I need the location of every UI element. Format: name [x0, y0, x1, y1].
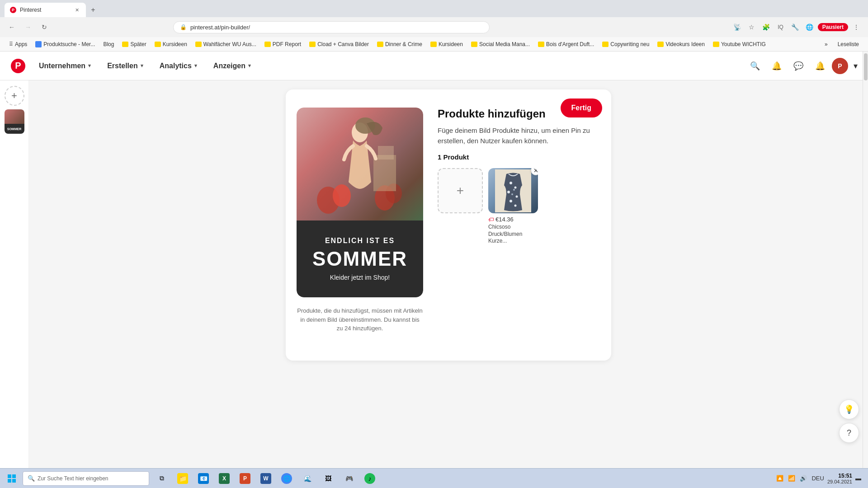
nav-item-analytics[interactable]: Analytics ▾ — [153, 58, 203, 74]
taskbar-app-powerpoint[interactable]: P — [235, 469, 255, 488]
pin-image-wrapper: ENDLICH IST ES SOMMER Kleider jetzt im S… — [297, 108, 423, 297]
taskbar-app-email[interactable]: 📧 — [193, 469, 213, 488]
bookmark-label-dinner: Dinner & Crime — [385, 41, 422, 47]
taskbar-right: 🔼 📶 🔊 DEU 15:51 29.04.2021 ▬ — [771, 473, 866, 484]
more-options-button[interactable]: ⋮ — [850, 21, 863, 33]
bookmark-label-pdf: PDF Report — [273, 41, 301, 47]
taskbar-app-edge[interactable]: 🌊 — [297, 469, 317, 488]
nav-item-unternehmen[interactable]: Unternehmen ▾ — [33, 58, 97, 74]
scrollbar-thumb[interactable] — [864, 53, 868, 80]
reload-button[interactable]: ↻ — [38, 21, 51, 33]
bookmark-folder-wahlfächer[interactable]: Wahlfächer WU Aus... — [192, 40, 260, 49]
lightbulb-button[interactable]: 💡 — [839, 399, 859, 419]
extension2-button[interactable]: 🔧 — [789, 21, 802, 33]
tab-title: Pinterest — [20, 7, 70, 13]
taskbar-search[interactable]: 🔍 Zur Suche Text hier eingeben — [23, 471, 149, 486]
help-button[interactable]: ? — [839, 423, 859, 443]
notifications-button[interactable]: 🔔 — [767, 56, 787, 76]
new-tab-button[interactable]: + — [87, 4, 99, 16]
taskbar-app-excel[interactable]: X — [214, 469, 234, 488]
bookmark-blog[interactable]: Blog — [99, 40, 118, 49]
svg-rect-18 — [8, 474, 11, 478]
taskbar-network-icon[interactable]: 📶 — [787, 474, 797, 483]
bookmarks-more[interactable]: » — [821, 40, 831, 49]
nav-item-anzeigen[interactable]: Anzeigen ▾ — [207, 58, 257, 74]
taskbar-notification-icon[interactable]: 🔼 — [775, 474, 785, 483]
active-tab[interactable]: Pinterest ✕ — [5, 3, 86, 17]
chevron-down-icon-user[interactable]: ▾ — [850, 56, 861, 76]
games-icon: 🎮 — [344, 473, 354, 484]
tab-favicon — [10, 7, 16, 13]
activity-button[interactable]: 🔔 — [810, 56, 830, 76]
taskview-icon: ⧉ — [156, 473, 167, 484]
bookmark-produktsuche[interactable]: Produktsuche - Mer... — [32, 40, 99, 49]
folder-icon-videokurs — [657, 42, 664, 47]
pin-image-bottom: ENDLICH IST ES SOMMER Kleider jetzt im S… — [297, 221, 423, 297]
pinterest-navbar: P Unternehmen ▾ Erstellen ▾ Analytics ▾ … — [0, 52, 868, 80]
bookmark-folder-kursideen2[interactable]: Kursideen — [427, 40, 467, 49]
folder-icon-später — [122, 42, 128, 47]
messages-button[interactable]: 💬 — [788, 56, 808, 76]
taskbar-volume-icon[interactable]: 🔊 — [798, 474, 808, 483]
bookmark-label-produktsuche: Produktsuche - Mer... — [43, 41, 95, 47]
bookmark-folder-copywriting[interactable]: Copywriting neu — [599, 40, 653, 49]
taskbar-app-word[interactable]: W — [256, 469, 276, 488]
left-sidebar: + SOMMER — [0, 80, 29, 488]
search-icon: 🔍 — [750, 61, 760, 71]
fertig-button[interactable]: Fertig — [561, 99, 602, 117]
nav-item-erstellen[interactable]: Erstellen ▾ — [101, 58, 150, 74]
bookmark-folder-pdf[interactable]: PDF Report — [261, 40, 305, 49]
pinterest-logo[interactable]: P — [7, 55, 29, 77]
start-button[interactable] — [2, 469, 22, 488]
bookmark-favicon-produktsuche — [35, 41, 42, 47]
user-avatar[interactable]: P — [832, 58, 848, 74]
bookmark-folder-kursideen1[interactable]: Kursideen — [151, 40, 191, 49]
folder-icon-canva — [309, 42, 316, 47]
bookmark-folder-dinner[interactable]: Dinner & Crime — [373, 40, 426, 49]
taskbar-search-icon: 🔍 — [28, 475, 35, 482]
nav-label-anzeigen: Anzeigen — [213, 62, 245, 70]
bookmark-label-canva: Cload + Canva Bilder — [317, 41, 369, 47]
activity-icon: 🔔 — [815, 61, 825, 71]
taskbar-app-taskview[interactable]: ⧉ — [152, 469, 172, 488]
extension-button[interactable]: 🧩 — [760, 21, 773, 33]
right-scrollbar[interactable] — [863, 52, 868, 468]
taskbar-clock[interactable]: 15:51 29.04.2021 — [827, 473, 852, 484]
extension3-button[interactable]: 🌐 — [803, 21, 816, 33]
svg-rect-20 — [8, 479, 11, 483]
user-profile-badge[interactable]: Pausiert — [818, 23, 848, 31]
pin-thumbnail-preview[interactable]: SOMMER — [5, 109, 24, 134]
bookmarks-apps[interactable]: ⠿ Apps — [5, 40, 31, 49]
search-button[interactable]: 🔍 — [745, 56, 765, 76]
bookmark-folder-youtube[interactable]: Youtube WICHTIG — [709, 40, 769, 49]
pin-image-placeholder: ENDLICH IST ES SOMMER Kleider jetzt im S… — [297, 108, 423, 297]
bookmark-button[interactable]: ☆ — [745, 21, 758, 33]
excel-icon: X — [219, 473, 230, 484]
url-bar[interactable]: 🔒 pinterest.at/pin-builder/ — [173, 21, 490, 33]
taskbar-app-spotify[interactable]: ♪ — [360, 469, 380, 488]
pin-builder-container: Fertig — [286, 89, 611, 361]
bookmark-folder-canva[interactable]: Cload + Canva Bilder — [306, 40, 373, 49]
cast-button[interactable]: 📡 — [731, 21, 744, 33]
add-product-slot[interactable]: + — [438, 168, 483, 213]
bookmark-label-blog: Blog — [103, 41, 114, 47]
iq-button[interactable]: IQ — [774, 21, 787, 33]
product-image-1 — [488, 168, 538, 213]
add-pin-button[interactable]: + — [5, 86, 24, 106]
taskbar-show-desktop[interactable]: ▬ — [854, 474, 863, 483]
tab-close-icon[interactable]: ✕ — [73, 6, 80, 14]
bookmark-leseliste[interactable]: Leseliste — [834, 40, 863, 49]
bookmark-folder-bois[interactable]: Bois d'Argent Duft... — [534, 40, 598, 49]
bell-icon: 🔔 — [772, 61, 782, 71]
bookmark-folder-später[interactable]: Später — [118, 40, 150, 49]
taskbar-app-explorer[interactable]: 📁 — [173, 469, 193, 488]
bookmark-folder-social[interactable]: Social Media Mana... — [467, 40, 533, 49]
taskbar-app-browser[interactable]: 🌐 — [277, 469, 297, 488]
back-button[interactable]: ← — [5, 21, 18, 33]
taskbar-app-photos[interactable]: 🖼 — [318, 469, 338, 488]
bookmark-folder-videokurs[interactable]: Videokurs Ideen — [654, 40, 708, 49]
tab-bar: Pinterest ✕ + — [0, 0, 868, 17]
forward-button[interactable]: → — [22, 21, 34, 33]
spotify-icon: ♪ — [364, 473, 375, 484]
taskbar-app-games[interactable]: 🎮 — [339, 469, 359, 488]
